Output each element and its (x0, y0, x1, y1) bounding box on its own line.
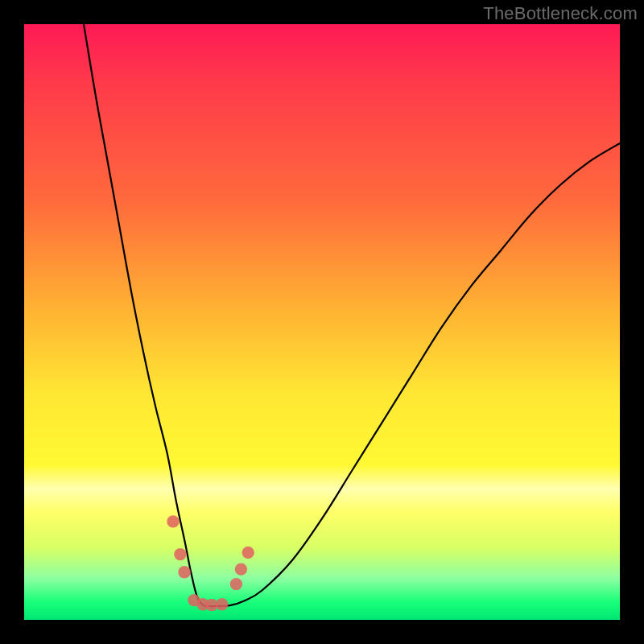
curve-marker (230, 578, 242, 590)
curve-marker (174, 548, 186, 560)
curve-marker (167, 515, 179, 527)
curve-marker (235, 563, 247, 575)
curve-markers (167, 515, 254, 611)
curve-marker (216, 598, 228, 610)
chart-svg (24, 24, 620, 620)
bottleneck-curve (84, 24, 620, 606)
plot-area (24, 24, 620, 620)
curve-marker (178, 566, 190, 578)
curve-marker (242, 547, 254, 559)
watermark-text: TheBottleneck.com (483, 3, 638, 24)
chart-frame: TheBottleneck.com (0, 0, 644, 644)
